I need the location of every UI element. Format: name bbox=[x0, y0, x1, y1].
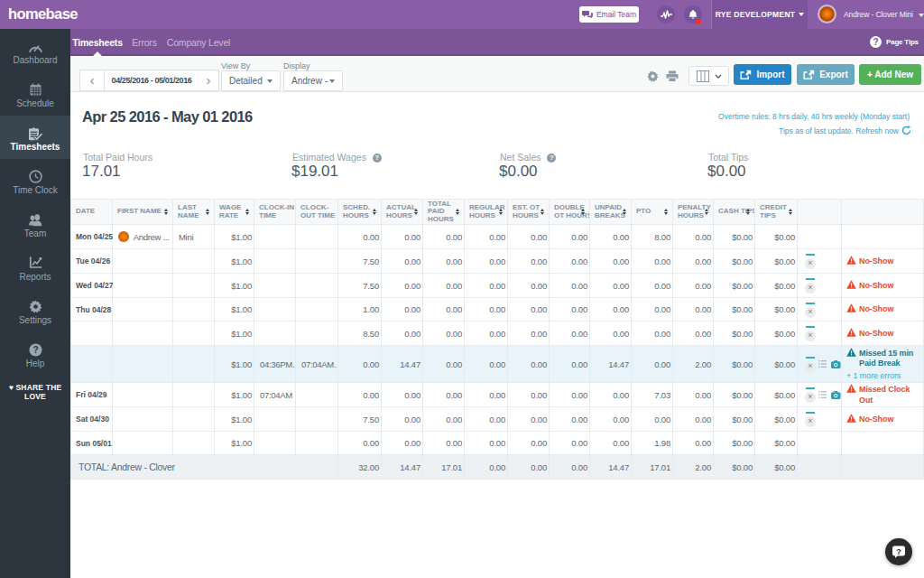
svg-text:?: ? bbox=[32, 345, 38, 355]
svg-text:?: ? bbox=[896, 547, 901, 556]
